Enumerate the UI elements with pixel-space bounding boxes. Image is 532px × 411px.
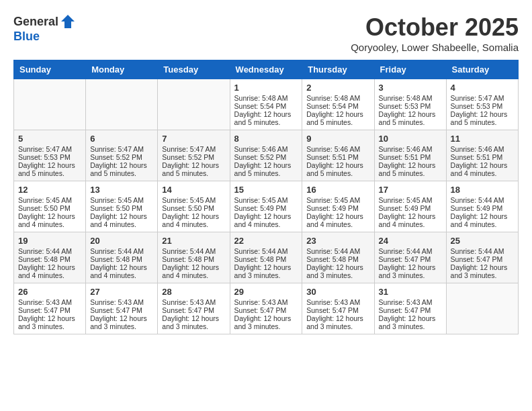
title-block: October 2025 Qoryooley, Lower Shabeelle,… [351, 13, 519, 53]
sunset-text: Sunset: 5:49 PM [234, 204, 298, 212]
calendar-cell: 28Sunrise: 5:43 AMSunset: 5:47 PMDayligh… [158, 283, 230, 334]
calendar-cell: 21Sunrise: 5:44 AMSunset: 5:48 PMDayligh… [158, 232, 230, 283]
day-number: 14 [162, 185, 225, 195]
calendar-cell: 25Sunrise: 5:44 AMSunset: 5:47 PMDayligh… [446, 232, 518, 283]
sunrise-text: Sunrise: 5:45 AM [306, 196, 369, 204]
day-number: 4 [451, 83, 514, 93]
weekday-header-sunday: Sunday [14, 60, 86, 79]
sunset-text: Sunset: 5:54 PM [306, 102, 369, 110]
weekday-header-row: SundayMondayTuesdayWednesdayThursdayFrid… [14, 60, 519, 79]
sunset-text: Sunset: 5:50 PM [162, 204, 225, 212]
calendar-cell: 1Sunrise: 5:48 AMSunset: 5:54 PMDaylight… [230, 79, 302, 130]
sunset-text: Sunset: 5:48 PM [162, 255, 225, 263]
sunset-text: Sunset: 5:52 PM [162, 153, 225, 161]
calendar-cell: 12Sunrise: 5:45 AMSunset: 5:50 PMDayligh… [14, 181, 86, 232]
weekday-header-friday: Friday [374, 60, 446, 79]
daylight-text: Daylight: 12 hours and 5 minutes. [90, 161, 153, 177]
daylight-text: Daylight: 12 hours and 3 minutes. [234, 314, 298, 330]
sunrise-text: Sunrise: 5:48 AM [306, 94, 369, 102]
daylight-text: Daylight: 12 hours and 3 minutes. [306, 263, 369, 279]
sunset-text: Sunset: 5:48 PM [234, 255, 298, 263]
daylight-text: Daylight: 12 hours and 4 minutes. [162, 212, 225, 228]
location-subtitle: Qoryooley, Lower Shabeelle, Somalia [351, 42, 519, 53]
calendar-week-3: 12Sunrise: 5:45 AMSunset: 5:50 PMDayligh… [14, 181, 519, 232]
calendar-cell: 18Sunrise: 5:44 AMSunset: 5:49 PMDayligh… [446, 181, 518, 232]
day-number: 31 [379, 287, 442, 297]
daylight-text: Daylight: 12 hours and 3 minutes. [90, 314, 153, 330]
calendar-cell: 5Sunrise: 5:47 AMSunset: 5:53 PMDaylight… [14, 130, 86, 181]
calendar-cell: 29Sunrise: 5:43 AMSunset: 5:47 PMDayligh… [230, 283, 302, 334]
daylight-text: Daylight: 12 hours and 4 minutes. [162, 263, 225, 279]
daylight-text: Daylight: 12 hours and 3 minutes. [162, 314, 225, 330]
day-number: 6 [90, 134, 153, 144]
sunrise-text: Sunrise: 5:43 AM [90, 298, 153, 306]
day-number: 15 [234, 185, 298, 195]
logo-general: General [13, 15, 58, 29]
calendar-cell: 6Sunrise: 5:47 AMSunset: 5:52 PMDaylight… [86, 130, 158, 181]
sunset-text: Sunset: 5:47 PM [234, 306, 298, 314]
sunrise-text: Sunrise: 5:44 AM [18, 247, 81, 255]
day-number: 19 [18, 236, 81, 246]
daylight-text: Daylight: 12 hours and 4 minutes. [451, 161, 514, 177]
weekday-header-wednesday: Wednesday [230, 60, 302, 79]
day-number: 13 [90, 185, 153, 195]
calendar-cell: 24Sunrise: 5:44 AMSunset: 5:47 PMDayligh… [374, 232, 446, 283]
daylight-text: Daylight: 12 hours and 3 minutes. [234, 263, 298, 279]
day-number: 25 [451, 236, 514, 246]
calendar-cell: 31Sunrise: 5:43 AMSunset: 5:47 PMDayligh… [374, 283, 446, 334]
day-number: 28 [162, 287, 225, 297]
sunset-text: Sunset: 5:53 PM [379, 102, 442, 110]
sunset-text: Sunset: 5:53 PM [18, 153, 81, 161]
calendar-cell: 4Sunrise: 5:47 AMSunset: 5:53 PMDaylight… [446, 79, 518, 130]
calendar-cell: 19Sunrise: 5:44 AMSunset: 5:48 PMDayligh… [14, 232, 86, 283]
calendar-cell: 16Sunrise: 5:45 AMSunset: 5:49 PMDayligh… [302, 181, 374, 232]
calendar-cell: 17Sunrise: 5:45 AMSunset: 5:49 PMDayligh… [374, 181, 446, 232]
daylight-text: Daylight: 12 hours and 5 minutes. [451, 110, 514, 126]
calendar-cell: 10Sunrise: 5:46 AMSunset: 5:51 PMDayligh… [374, 130, 446, 181]
day-number: 27 [90, 287, 153, 297]
sunset-text: Sunset: 5:54 PM [234, 102, 298, 110]
sunrise-text: Sunrise: 5:43 AM [306, 298, 369, 306]
sunset-text: Sunset: 5:51 PM [306, 153, 369, 161]
sunset-text: Sunset: 5:47 PM [379, 306, 442, 314]
sunrise-text: Sunrise: 5:46 AM [234, 145, 298, 153]
day-number: 26 [18, 287, 81, 297]
sunrise-text: Sunrise: 5:44 AM [306, 247, 369, 255]
daylight-text: Daylight: 12 hours and 4 minutes. [379, 212, 442, 228]
sunrise-text: Sunrise: 5:48 AM [234, 94, 298, 102]
calendar-week-5: 26Sunrise: 5:43 AMSunset: 5:47 PMDayligh… [14, 283, 519, 334]
sunrise-text: Sunrise: 5:47 AM [90, 145, 153, 153]
calendar-cell: 26Sunrise: 5:43 AMSunset: 5:47 PMDayligh… [14, 283, 86, 334]
sunset-text: Sunset: 5:48 PM [306, 255, 369, 263]
day-number: 17 [379, 185, 442, 195]
sunrise-text: Sunrise: 5:43 AM [162, 298, 225, 306]
sunset-text: Sunset: 5:51 PM [451, 153, 514, 161]
sunrise-text: Sunrise: 5:47 AM [162, 145, 225, 153]
logo: General Blue [13, 13, 76, 44]
day-number: 5 [18, 134, 81, 144]
day-number: 2 [306, 83, 369, 93]
day-number: 16 [306, 185, 369, 195]
sunrise-text: Sunrise: 5:44 AM [90, 247, 153, 255]
sunrise-text: Sunrise: 5:47 AM [18, 145, 81, 153]
calendar-cell [14, 79, 86, 130]
calendar-cell: 2Sunrise: 5:48 AMSunset: 5:54 PMDaylight… [302, 79, 374, 130]
sunset-text: Sunset: 5:49 PM [451, 204, 514, 212]
sunset-text: Sunset: 5:47 PM [451, 255, 514, 263]
sunset-text: Sunset: 5:49 PM [379, 204, 442, 212]
sunset-text: Sunset: 5:51 PM [379, 153, 442, 161]
sunset-text: Sunset: 5:50 PM [90, 204, 153, 212]
calendar-week-2: 5Sunrise: 5:47 AMSunset: 5:53 PMDaylight… [14, 130, 519, 181]
calendar-cell: 7Sunrise: 5:47 AMSunset: 5:52 PMDaylight… [158, 130, 230, 181]
daylight-text: Daylight: 12 hours and 4 minutes. [90, 263, 153, 279]
daylight-text: Daylight: 12 hours and 3 minutes. [306, 314, 369, 330]
daylight-text: Daylight: 12 hours and 4 minutes. [306, 212, 369, 228]
sunrise-text: Sunrise: 5:43 AM [379, 298, 442, 306]
sunset-text: Sunset: 5:53 PM [451, 102, 514, 110]
sunset-text: Sunset: 5:49 PM [306, 204, 369, 212]
sunrise-text: Sunrise: 5:44 AM [162, 247, 225, 255]
day-number: 22 [234, 236, 298, 246]
day-number: 8 [234, 134, 298, 144]
daylight-text: Daylight: 12 hours and 5 minutes. [234, 161, 298, 177]
sunrise-text: Sunrise: 5:47 AM [451, 94, 514, 102]
